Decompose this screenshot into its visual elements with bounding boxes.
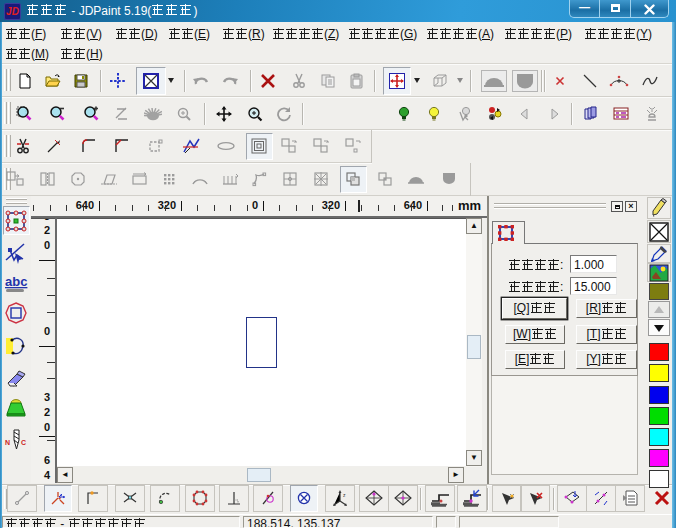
svg-text:z: z <box>343 492 346 498</box>
svg-text:C: C <box>21 439 26 446</box>
svg-text:N: N <box>5 439 10 446</box>
svg-text:abc: abc <box>5 274 27 289</box>
